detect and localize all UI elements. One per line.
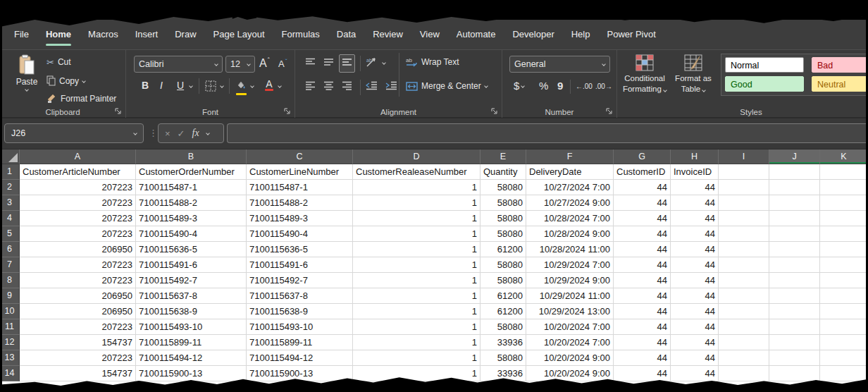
cell-F3[interactable]: 10/27/2024 9:00 xyxy=(526,195,614,211)
cell-K14[interactable] xyxy=(820,366,868,381)
tab-developer[interactable]: Developer xyxy=(512,20,554,49)
cell-A6[interactable]: 206950 xyxy=(20,242,136,257)
cell-D14[interactable]: 1 xyxy=(353,366,480,381)
cell-G9[interactable]: 44 xyxy=(614,288,671,304)
row-header-13[interactable]: 13 xyxy=(0,350,20,366)
row-header-5[interactable]: 5 xyxy=(0,226,20,242)
alignment-dialog-launcher[interactable] xyxy=(491,108,498,115)
row-header-11[interactable]: 11 xyxy=(0,319,20,335)
format-as-table-button[interactable]: Format as Table xyxy=(669,54,717,94)
cell-F5[interactable]: 10/28/2024 9:00 xyxy=(526,226,614,242)
row-header-12[interactable]: 12 xyxy=(0,335,20,350)
cell-K12[interactable] xyxy=(820,335,868,350)
cell-B4[interactable]: 7100115489-3 xyxy=(136,211,247,226)
cell-F2[interactable]: 10/27/2024 7:00 xyxy=(526,180,614,195)
column-header-C[interactable]: C xyxy=(247,149,353,164)
cell-B13[interactable]: 7100115494-12 xyxy=(136,350,247,366)
fill-color-button[interactable] xyxy=(235,80,247,92)
cell-I13[interactable] xyxy=(719,350,769,366)
align-middle-icon[interactable] xyxy=(323,58,334,67)
tab-review[interactable]: Review xyxy=(373,20,403,49)
cell-J13[interactable] xyxy=(769,350,820,366)
cell-B5[interactable]: 7100115490-4 xyxy=(136,226,247,242)
cell-F10[interactable]: 10/29/2024 13:00 xyxy=(526,304,614,319)
cell-E7[interactable]: 58080 xyxy=(480,257,526,273)
cell-F8[interactable]: 10/29/2024 9:00 xyxy=(526,273,614,288)
underline-button[interactable]: U xyxy=(177,80,184,91)
cell-A1[interactable]: CustomerArticleNumber xyxy=(20,164,136,180)
cell-E1[interactable]: Quantity xyxy=(480,164,526,180)
column-header-E[interactable]: E xyxy=(480,149,526,164)
merge-center-button[interactable]: Merge & Center xyxy=(406,81,488,91)
column-header-J[interactable]: J xyxy=(769,149,820,164)
cell-C4[interactable]: 7100115489-3 xyxy=(247,211,353,226)
number-dialog-launcher[interactable] xyxy=(606,108,613,115)
cell-B14[interactable]: 7100115900-13 xyxy=(136,366,247,381)
cell-G8[interactable]: 44 xyxy=(614,273,671,288)
cell-F6[interactable]: 10/28/2024 11:00 xyxy=(526,242,614,257)
cell-K2[interactable] xyxy=(820,180,868,195)
cell-H12[interactable]: 44 xyxy=(671,335,719,350)
clipboard-dialog-launcher[interactable] xyxy=(115,108,122,115)
underline-chevron-icon[interactable] xyxy=(189,84,193,88)
cell-G11[interactable]: 44 xyxy=(614,319,671,335)
cell-H2[interactable]: 44 xyxy=(671,180,719,195)
font-name-combobox[interactable]: Calibri xyxy=(134,56,223,73)
format-painter-button[interactable]: Format Painter xyxy=(46,94,116,104)
cell-A9[interactable]: 206950 xyxy=(20,288,136,304)
cell-I8[interactable] xyxy=(719,273,769,288)
decrease-font-size-button[interactable]: Aˇ xyxy=(278,59,287,69)
cell-I4[interactable] xyxy=(719,211,769,226)
cell-A12[interactable]: 154737 xyxy=(20,335,136,350)
cell-E6[interactable]: 61200 xyxy=(480,242,526,257)
borders-icon[interactable] xyxy=(205,80,216,92)
cell-K8[interactable] xyxy=(820,273,868,288)
cell-C1[interactable]: CustomerLineNumber xyxy=(247,164,353,180)
cell-F13[interactable]: 10/20/2024 9:00 xyxy=(526,350,614,366)
style-chip-good[interactable]: Good xyxy=(725,76,804,92)
cell-H7[interactable]: 44 xyxy=(671,257,719,273)
cell-D12[interactable]: 1 xyxy=(353,335,480,350)
align-center-icon[interactable] xyxy=(323,81,334,90)
cell-I9[interactable] xyxy=(719,288,769,304)
cell-C5[interactable]: 7100115490-4 xyxy=(247,226,353,242)
cell-H8[interactable]: 44 xyxy=(671,273,719,288)
cell-D1[interactable]: CustomerRealeaseNumber xyxy=(353,164,480,180)
cell-A7[interactable]: 207223 xyxy=(20,257,136,273)
tab-draw[interactable]: Draw xyxy=(175,20,196,49)
cell-F1[interactable]: DeliveryDate xyxy=(526,164,614,180)
cell-I1[interactable] xyxy=(719,164,769,180)
font-color-chevron-icon[interactable] xyxy=(278,84,282,88)
cell-C6[interactable]: 7100115636-5 xyxy=(247,242,353,257)
cell-D3[interactable]: 1 xyxy=(353,195,480,211)
tab-automate[interactable]: Automate xyxy=(457,20,496,49)
cell-G10[interactable]: 44 xyxy=(614,304,671,319)
cell-H1[interactable]: InvoiceID xyxy=(671,164,719,180)
cell-K6[interactable] xyxy=(820,242,868,257)
cell-D9[interactable]: 1 xyxy=(353,288,480,304)
tab-power-pivot[interactable]: Power Pivot xyxy=(607,20,655,49)
align-right-icon[interactable] xyxy=(342,81,352,90)
cell-A13[interactable]: 207223 xyxy=(20,350,136,366)
cell-I10[interactable] xyxy=(719,304,769,319)
cell-C8[interactable]: 7100115492-7 xyxy=(247,273,353,288)
cell-D8[interactable]: 1 xyxy=(353,273,480,288)
bold-button[interactable]: B xyxy=(142,80,149,91)
wrap-text-button[interactable]: ab Wrap Text xyxy=(406,57,459,67)
cell-J12[interactable] xyxy=(769,335,820,350)
cell-G13[interactable]: 44 xyxy=(614,350,671,366)
orientation-icon[interactable]: ab xyxy=(366,56,378,68)
style-chip-bad[interactable]: Bad xyxy=(812,57,868,73)
column-header-D[interactable]: D xyxy=(353,149,480,164)
cell-C3[interactable]: 7100115488-2 xyxy=(247,195,353,211)
cell-K7[interactable] xyxy=(820,257,868,273)
cut-button[interactable]: ✂ Cut xyxy=(46,57,71,67)
style-chip-neutral[interactable]: Neutral xyxy=(812,76,868,92)
column-header-G[interactable]: G xyxy=(614,149,671,164)
orientation-chevron-icon[interactable] xyxy=(382,61,386,65)
column-header-I[interactable]: I xyxy=(719,149,769,164)
cell-D6[interactable]: 1 xyxy=(353,242,480,257)
row-header-9[interactable]: 9 xyxy=(0,288,20,304)
font-dialog-launcher[interactable] xyxy=(284,108,291,115)
cell-J8[interactable] xyxy=(769,273,820,288)
